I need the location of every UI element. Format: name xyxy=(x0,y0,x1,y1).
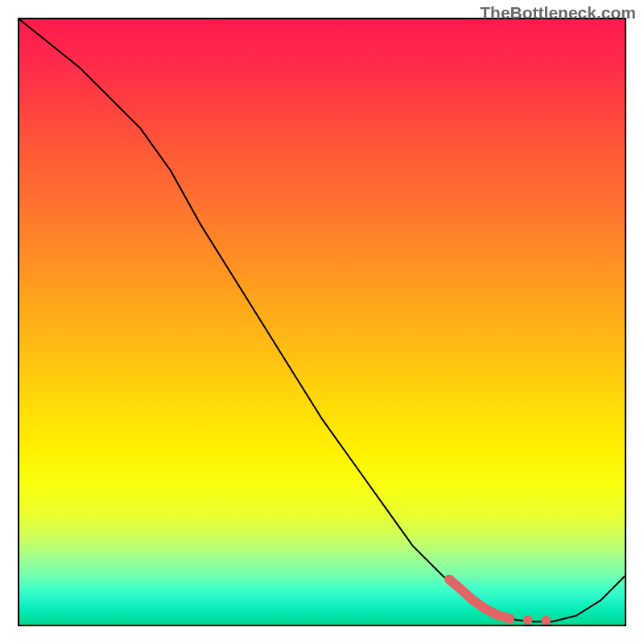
chart-svg xyxy=(19,19,625,625)
highlight-segment xyxy=(449,580,510,619)
watermark-text: TheBottleneck.com xyxy=(480,3,636,23)
highlight-dot xyxy=(505,613,514,623)
bottleneck-curve xyxy=(19,19,625,621)
highlight-dots xyxy=(505,613,551,625)
highlight-dot xyxy=(541,616,551,625)
highlight-dot xyxy=(523,615,533,625)
chart-area xyxy=(18,18,626,626)
curve-group xyxy=(19,19,625,625)
